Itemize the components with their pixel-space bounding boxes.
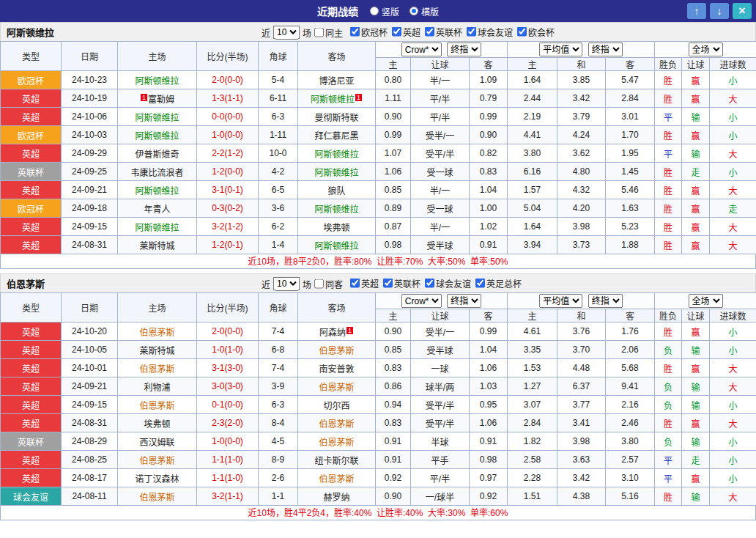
cell-corners: 3-6 [259,199,298,218]
cell-odds: 受半/一 [411,323,470,341]
same-venue-filter[interactable]: 同客 [314,277,343,290]
team-label: 阿斯顿维拉 [314,241,358,251]
view-mode-vertical[interactable]: 竖版 [370,5,399,18]
cell-date: 24-10-06 [62,108,118,126]
cell-odds: 0.90 [376,108,411,126]
table-row: 英联杯24-08-29西汉姆联1-0(0-0)4-5伯恩茅斯0.91半球0.91… [1,432,756,451]
team-label: 莱斯特城 [139,346,174,356]
competition-filter[interactable]: 球会友谊 [467,26,513,38]
scroll-up-button[interactable]: ↑ [687,3,706,19]
cell-competition: 英超 [1,144,62,163]
cell-date: 24-09-15 [62,218,118,236]
cell-average-odds: 1.53 [508,359,557,377]
cell-average-odds: 1.51 [508,487,557,506]
cell-average-odds: 3.41 [557,414,606,432]
same-venue-filter[interactable]: 同主 [314,26,343,38]
average-stage-select[interactable]: 终指 [588,43,623,56]
cell-result: 胜 [655,218,682,236]
team-label: 伯恩茅斯 [139,456,174,466]
cell-average-odds: 5.47 [606,71,655,89]
cell-date: 24-09-25 [62,163,118,181]
competition-filter[interactable]: 球会友谊 [425,277,471,290]
competition-filter[interactable]: 英超 [392,26,420,38]
match-scope-select[interactable]: 全场 [689,294,723,308]
cell-goals-result: 小 [710,108,756,126]
competition-label: 球会友谊 [478,26,513,38]
competition-checkbox[interactable] [425,27,434,37]
competition-filter[interactable]: 英足总杯 [475,277,522,290]
cell-result: 胜 [655,199,682,218]
cell-home-team: 伯恩茅斯 [118,396,197,414]
competition-filter[interactable]: 欧会杯 [517,26,555,38]
cell-date: 24-10-23 [62,71,118,89]
cell-result: 平 [655,451,682,469]
cell-competition: 英超 [1,218,62,236]
cell-date: 24-10-03 [62,126,118,144]
cell-away-team: 埃弗顿 [298,218,376,236]
column-header: 进球数 [710,309,756,323]
cell-average-odds: 3.70 [557,341,606,359]
average-select[interactable]: 平均值 [539,43,582,56]
competition-filter[interactable]: 英超 [350,277,379,290]
competition-filter[interactable]: 英联杯 [425,26,462,38]
competition-checkbox[interactable] [425,279,434,288]
average-select[interactable]: 平均值 [539,294,582,308]
competition-checkbox[interactable] [350,279,360,288]
competition-checkbox[interactable] [350,27,360,37]
cell-date: 24-09-21 [62,181,118,199]
cell-goals-result: 大 [710,89,756,108]
scroll-down-button[interactable]: ↓ [710,3,729,19]
same-venue-checkbox[interactable] [314,27,324,37]
competition-filter[interactable]: 欧冠杯 [350,26,388,38]
cell-competition: 英超 [1,341,62,359]
cell-odds: 0.91 [376,451,411,469]
odds-stage-select[interactable]: 终指 [447,43,481,56]
competition-checkbox[interactable] [392,27,401,37]
competition-checkbox[interactable] [467,27,476,37]
cell-average-odds: 2.84 [606,89,655,108]
close-button[interactable]: × [733,3,752,19]
bookmaker-select[interactable]: Crow* [401,294,442,308]
cell-average-odds: 1.64 [508,71,557,89]
odds-stage-select[interactable]: 终指 [447,294,481,308]
competition-checkbox[interactable] [475,279,485,288]
cell-average-odds: 1.88 [606,236,655,254]
column-header: 日期 [62,293,118,323]
cell-away-team: 伯恩茅斯 [298,469,376,487]
cell-score: 0-3(0-2) [197,199,259,218]
team-label: 曼彻斯特联 [314,113,358,123]
competition-label: 英联杯 [436,26,462,38]
cell-result: 平 [655,469,682,487]
cell-average-odds: 1.64 [508,218,557,236]
cell-handicap-result: 输 [682,377,710,396]
summary-stats: 近10场，胜8平2负0，胜率:80% 让胜率:70% 大率:50% 单率:50% [0,254,756,269]
bookmaker-select[interactable]: Crow* [401,43,442,56]
cell-odds: 受一球 [411,199,470,218]
cell-odds: 1.04 [470,181,508,199]
cell-handicap-result: 赢 [682,181,710,199]
cell-goals-result: 小 [710,71,756,89]
team-label: 诺丁汉森林 [135,474,179,484]
cell-average-odds: 3.94 [508,236,557,254]
same-venue-checkbox[interactable] [314,279,324,288]
cell-corners: 1-1 [259,487,298,506]
cell-average-odds: 4.61 [508,323,557,341]
team-label: 阿斯顿维拉 [135,131,179,141]
average-stage-select[interactable]: 终指 [588,294,623,308]
match-scope-select[interactable]: 全场 [689,43,723,56]
cell-home-team: 莱斯特城 [118,341,197,359]
cell-odds: 受半球 [411,341,470,359]
cell-handicap-result: 输 [682,341,710,359]
recent-count-select[interactable]: 10 [273,276,300,290]
team-label: 赫罗纳 [323,493,349,503]
competition-filter[interactable]: 英联杯 [383,277,420,290]
competition-checkbox[interactable] [383,279,393,288]
cell-average-odds: 4.80 [557,163,606,181]
view-mode-horizontal[interactable]: 横版 [410,5,439,18]
cell-home-team: 伯恩茅斯 [118,323,197,341]
recent-count-select[interactable]: 10 [273,25,300,39]
cell-average-odds: 1.70 [606,126,655,144]
team-label: 博洛尼亚 [319,76,354,86]
cell-corners: 1-11 [259,126,298,144]
competition-checkbox[interactable] [517,27,527,37]
